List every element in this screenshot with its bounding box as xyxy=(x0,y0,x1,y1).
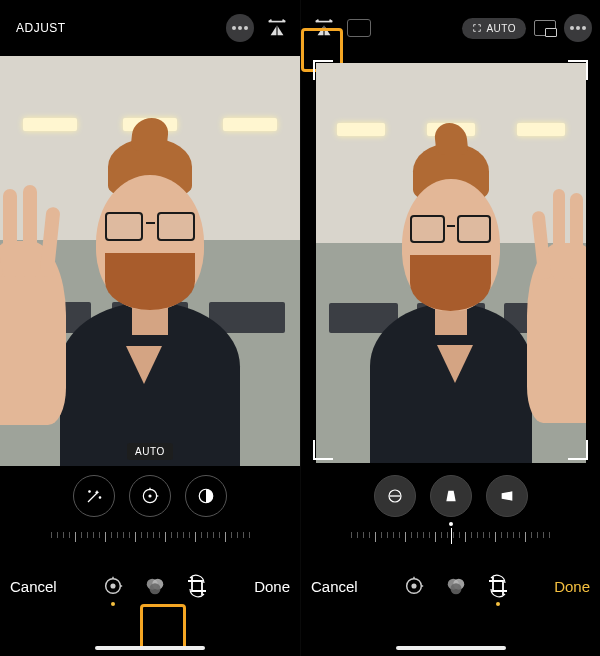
done-button[interactable]: Done xyxy=(254,578,290,595)
crop-corner-bottom-left[interactable] xyxy=(313,440,333,460)
adjust-tab[interactable]: ADJUST xyxy=(8,17,74,39)
exposure-dial-icon[interactable] xyxy=(129,475,171,517)
bottom-bar-left: Cancel Done xyxy=(0,558,300,614)
svg-point-5 xyxy=(99,497,101,499)
svg-point-21 xyxy=(582,26,586,30)
tune-icon[interactable] xyxy=(101,574,125,598)
svg-point-25 xyxy=(412,584,416,588)
svg-point-30 xyxy=(450,583,461,594)
left-screen: ADJUST xyxy=(0,0,300,656)
more-icon[interactable] xyxy=(564,14,592,42)
tune-icon[interactable] xyxy=(402,574,426,598)
done-button[interactable]: Done xyxy=(554,578,590,595)
svg-point-2 xyxy=(244,26,248,30)
crop-rotate-icon[interactable] xyxy=(185,574,209,598)
home-indicator[interactable] xyxy=(396,646,506,650)
filters-icon[interactable] xyxy=(444,574,468,598)
cancel-button[interactable]: Cancel xyxy=(311,578,358,595)
crop-tools-row xyxy=(301,466,600,526)
auto-badge: AUTO xyxy=(127,443,173,460)
top-bar-right: AUTO xyxy=(301,0,600,56)
adjust-tools-row xyxy=(0,466,300,526)
svg-point-1 xyxy=(238,26,242,30)
auto-crop-label: AUTO xyxy=(486,23,516,34)
adjust-dial[interactable] xyxy=(0,526,300,558)
crop-corner-top-right[interactable] xyxy=(568,60,588,80)
svg-point-0 xyxy=(232,26,236,30)
flip-horizontal-icon[interactable] xyxy=(309,13,339,43)
crop-dial[interactable] xyxy=(301,526,600,558)
crop-rotate-icon[interactable] xyxy=(486,574,510,598)
crop-corner-bottom-right[interactable] xyxy=(568,440,588,460)
top-bar-left: ADJUST xyxy=(0,0,300,56)
perspective-horizontal-icon[interactable] xyxy=(486,475,528,517)
svg-point-7 xyxy=(149,495,151,497)
straighten-icon[interactable] xyxy=(374,475,416,517)
cancel-button[interactable]: Cancel xyxy=(10,578,57,595)
svg-point-17 xyxy=(150,583,161,594)
rotate-icon[interactable] xyxy=(347,19,371,37)
filters-icon[interactable] xyxy=(143,574,167,598)
svg-point-12 xyxy=(112,584,116,588)
right-screen: AUTO xyxy=(300,0,600,656)
auto-crop-button[interactable]: AUTO xyxy=(462,18,526,39)
crop-corner-top-left[interactable] xyxy=(313,60,333,80)
home-indicator[interactable] xyxy=(95,646,205,650)
magic-wand-icon[interactable] xyxy=(73,475,115,517)
svg-point-4 xyxy=(89,491,91,493)
photo-canvas-right[interactable] xyxy=(301,56,600,466)
aspect-ratio-icon[interactable] xyxy=(534,20,556,36)
svg-point-19 xyxy=(570,26,574,30)
perspective-vertical-icon[interactable] xyxy=(430,475,472,517)
photo-canvas-left[interactable]: AUTO xyxy=(0,56,300,466)
flip-horizontal-icon[interactable] xyxy=(262,13,292,43)
more-icon[interactable] xyxy=(226,14,254,42)
bottom-bar-right: Cancel Done xyxy=(301,558,600,614)
contrast-icon[interactable] xyxy=(185,475,227,517)
svg-point-20 xyxy=(576,26,580,30)
